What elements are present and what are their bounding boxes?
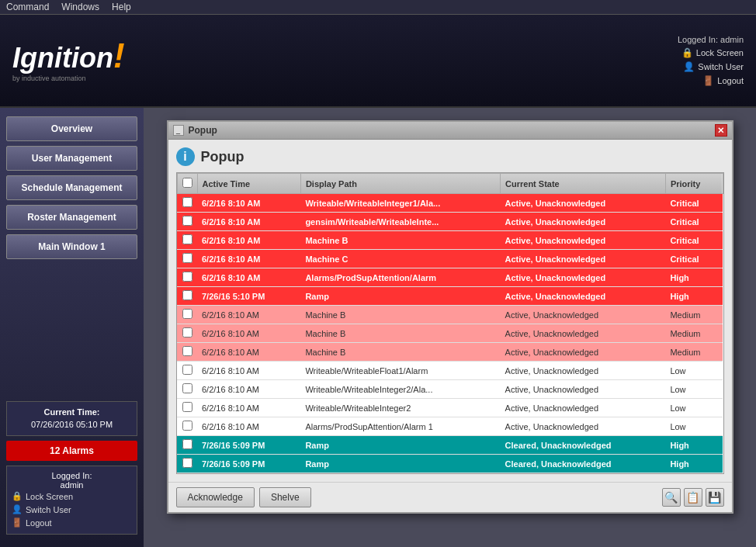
row-checkbox-cell[interactable]: [177, 287, 197, 306]
row-checkbox-cell[interactable]: [177, 268, 197, 287]
row-priority: Critical: [665, 194, 723, 213]
row-checkbox-cell[interactable]: [177, 343, 197, 362]
row-checkbox-cell[interactable]: [177, 380, 197, 399]
header-lock-screen-button[interactable]: 🔒 Lock Screen: [681, 47, 744, 58]
table-row: 6/2/16 8:10 AM Machine B Active, Unackno…: [177, 306, 723, 324]
header-logged-in: Logged In: admin: [678, 35, 744, 44]
row-state: Active, Unacknowledged: [501, 213, 666, 231]
row-checkbox-cell[interactable]: [177, 213, 197, 231]
search-icon-button[interactable]: 🔍: [662, 488, 681, 507]
logout-icon: 🚪: [702, 75, 714, 86]
alarm-table: Active Time Display Path Current State P…: [177, 173, 723, 473]
row-checkbox-2[interactable]: [182, 234, 192, 244]
export-icon-button[interactable]: 💾: [706, 488, 724, 507]
row-checkbox-13[interactable]: [182, 439, 192, 449]
row-checkbox-cell[interactable]: [177, 455, 197, 473]
row-checkbox-1[interactable]: [182, 216, 192, 226]
row-checkbox-cell[interactable]: [177, 399, 197, 417]
table-row: 6/2/16 8:10 AM Machine C Active, Unackno…: [177, 250, 723, 268]
row-checkbox-14[interactable]: [182, 458, 192, 468]
row-state: Active, Unacknowledged: [501, 287, 666, 306]
row-priority: Critical: [665, 250, 723, 268]
sidebar-switch-user-button[interactable]: 👤 Switch User: [12, 503, 71, 516]
row-checkbox-4[interactable]: [182, 272, 192, 282]
row-checkbox-cell[interactable]: [177, 362, 197, 380]
row-time: 6/2/16 8:10 AM: [197, 324, 300, 343]
table-header-row: Active Time Display Path Current State P…: [177, 174, 723, 194]
sidebar-item-schedule-management[interactable]: Schedule Management: [6, 175, 137, 200]
col-active-time: Active Time: [197, 174, 300, 194]
row-checkbox-6[interactable]: [182, 309, 192, 319]
sidebar-item-user-management[interactable]: User Management: [6, 146, 137, 171]
row-checkbox-cell[interactable]: [177, 306, 197, 324]
sidebar-logout-icon: 🚪: [12, 518, 23, 528]
row-checkbox-8[interactable]: [182, 346, 192, 356]
popup-titlebar: _ Popup ✕: [168, 122, 732, 140]
row-path: Machine B: [300, 343, 500, 362]
row-checkbox-cell[interactable]: [177, 231, 197, 250]
row-state: Active, Unacknowledged: [501, 306, 666, 324]
export-icon: 💾: [708, 491, 721, 504]
row-checkbox-12[interactable]: [182, 421, 192, 431]
menu-windows[interactable]: Windows: [61, 2, 99, 12]
row-path: Machine B: [300, 231, 500, 250]
sidebar-lock-screen-button[interactable]: 🔒 Lock Screen: [12, 490, 73, 503]
alarms-button[interactable]: 12 Alarms: [6, 441, 137, 461]
row-time: 6/2/16 8:10 AM: [197, 417, 300, 436]
col-priority: Priority: [665, 174, 723, 194]
shelve-button[interactable]: Shelve: [259, 487, 311, 507]
popup-footer: Acknowledge Shelve 🔍 📋 💾: [168, 482, 732, 512]
row-state: Active, Unacknowledged: [501, 380, 666, 399]
row-checkbox-cell[interactable]: [177, 324, 197, 343]
row-path: gensim/Writeable/WriteableInte...: [300, 213, 500, 231]
row-checkbox-11[interactable]: [182, 402, 192, 412]
header-switch-user-button[interactable]: 👤 Switch User: [683, 61, 744, 72]
minimize-button[interactable]: _: [173, 125, 184, 136]
sidebar: Overview User Management Schedule Manage…: [0, 108, 144, 547]
row-time: 7/26/16 5:09 PM: [197, 436, 300, 455]
copy-icon-button[interactable]: 📋: [684, 488, 702, 507]
table-row: 7/26/16 5:09 PM Ramp Cleared, Unacknowle…: [177, 455, 723, 473]
logo-area: Ignition! by inductive automation: [12, 39, 125, 82]
row-checkbox-cell[interactable]: [177, 194, 197, 213]
table-row: 6/2/16 8:10 AM Machine B Active, Unackno…: [177, 231, 723, 250]
row-checkbox-cell[interactable]: [177, 436, 197, 455]
popup-content: i Popup Active Time: [168, 140, 732, 482]
row-priority: High: [665, 436, 723, 455]
select-all-checkbox[interactable]: [182, 178, 192, 188]
row-checkbox-5[interactable]: [182, 290, 192, 300]
sidebar-logout-button[interactable]: 🚪 Logout: [12, 516, 52, 529]
menu-help[interactable]: Help: [112, 2, 131, 12]
logo-subtitle: by inductive automation: [12, 74, 125, 82]
sidebar-item-roster-management[interactable]: Roster Management: [6, 205, 137, 230]
row-state: Active, Unacknowledged: [501, 250, 666, 268]
row-state: Cleared, Unacknowledged: [501, 436, 666, 455]
copy-icon: 📋: [686, 491, 699, 504]
row-checkbox-7[interactable]: [182, 327, 192, 338]
row-path: Writeable/WriteableFloat1/Alarm: [300, 362, 500, 380]
acknowledge-button[interactable]: Acknowledge: [176, 487, 255, 507]
row-checkbox-10[interactable]: [182, 383, 192, 393]
row-state: Active, Unacknowledged: [501, 268, 666, 287]
alarm-table-container[interactable]: Active Time Display Path Current State P…: [176, 172, 724, 474]
row-checkbox-3[interactable]: [182, 253, 192, 263]
row-checkbox-cell[interactable]: [177, 417, 197, 436]
table-row: 6/2/16 8:10 AM Alarms/ProdSupAttention/A…: [177, 417, 723, 436]
row-time: 6/2/16 8:10 AM: [197, 399, 300, 417]
row-checkbox-0[interactable]: [182, 197, 192, 207]
sidebar-user-icon: 👤: [12, 504, 23, 514]
row-path: Alarms/ProdSupAttention/Alarm 1: [300, 417, 500, 436]
row-checkbox-cell[interactable]: [177, 250, 197, 268]
row-time: 6/2/16 8:10 AM: [197, 250, 300, 268]
table-row: 6/2/16 8:10 AM Writeable/WriteableFloat1…: [177, 362, 723, 380]
table-row: 7/26/16 5:10 PM Ramp Active, Unacknowled…: [177, 287, 723, 306]
table-row: 6/2/16 8:10 AM Machine B Active, Unackno…: [177, 343, 723, 362]
sidebar-item-main-window-1[interactable]: Main Window 1: [6, 234, 137, 259]
menu-command[interactable]: Command: [6, 2, 49, 12]
row-priority: Medium: [665, 324, 723, 343]
close-button[interactable]: ✕: [715, 124, 727, 137]
header-logout-button[interactable]: 🚪 Logout: [702, 75, 744, 86]
sidebar-item-overview[interactable]: Overview: [6, 116, 137, 141]
current-time-value: 07/26/2016 05:10 PM: [12, 419, 132, 431]
row-checkbox-9[interactable]: [182, 365, 192, 375]
